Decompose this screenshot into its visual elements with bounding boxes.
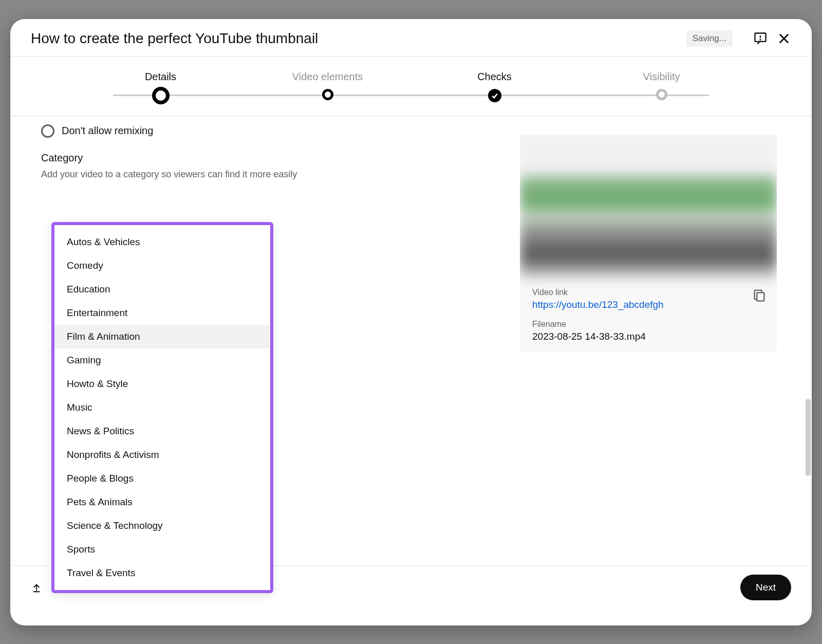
category-option[interactable]: Travel & Events <box>54 561 270 585</box>
step-label: Details <box>145 71 176 83</box>
category-title: Category <box>41 152 452 164</box>
category-option[interactable]: News & Politics <box>54 419 270 443</box>
video-info: Video link https://youtu.be/123_abcdefgh… <box>520 279 777 352</box>
step-visibility[interactable]: Visibility <box>578 71 745 100</box>
category-description: Add your video to a category so viewers … <box>41 169 452 180</box>
category-option[interactable]: Sports <box>54 538 270 561</box>
svg-point-2 <box>760 39 760 40</box>
category-option[interactable]: Autos & Vehicles <box>54 230 270 254</box>
copy-icon[interactable] <box>752 288 767 302</box>
step-dot-current <box>152 87 170 104</box>
video-link[interactable]: https://youtu.be/123_abcdefgh <box>532 299 764 310</box>
step-checks[interactable]: Checks <box>411 71 578 102</box>
feedback-icon[interactable] <box>753 31 768 46</box>
category-option[interactable]: Howto & Style <box>54 372 270 396</box>
category-option[interactable]: Music <box>54 396 270 419</box>
step-label: Video elements <box>292 71 363 83</box>
category-option[interactable]: Nonprofits & Activism <box>54 443 270 467</box>
dialog-header: How to create the perfect YouTube thumbn… <box>10 19 812 57</box>
dialog-title: How to create the perfect YouTube thumbn… <box>31 30 686 47</box>
category-dropdown[interactable]: Autos & VehiclesComedyEducationEntertain… <box>51 222 273 593</box>
radio-unchecked-icon[interactable] <box>41 124 54 138</box>
remix-option-row[interactable]: Don't allow remixing <box>41 121 452 152</box>
next-button[interactable]: Next <box>740 575 791 600</box>
category-option[interactable]: People & Blogs <box>54 467 270 490</box>
category-option[interactable]: Comedy <box>54 254 270 278</box>
category-option[interactable]: Film & Animation <box>54 325 270 348</box>
step-dot-done <box>488 89 501 102</box>
step-details[interactable]: Details <box>77 71 244 104</box>
svg-rect-5 <box>757 292 764 301</box>
details-column: Don't allow remixing Category Add your v… <box>10 116 483 180</box>
step-label: Visibility <box>643 71 680 83</box>
video-thumbnail-blurred <box>520 135 777 279</box>
video-preview-card: Video link https://youtu.be/123_abcdefgh… <box>520 135 777 352</box>
step-dot <box>322 89 333 100</box>
close-icon[interactable] <box>777 31 791 46</box>
stepper: Details Video elements Checks Visibility <box>10 57 812 116</box>
filename-value: 2023-08-25 14-38-33.mp4 <box>532 331 764 342</box>
video-link-label: Video link <box>532 288 764 297</box>
step-dot <box>656 89 667 100</box>
category-option[interactable]: Education <box>54 278 270 301</box>
category-option[interactable]: Entertainment <box>54 301 270 325</box>
category-option[interactable]: Pets & Animals <box>54 490 270 514</box>
category-option[interactable]: Science & Technology <box>54 514 270 538</box>
upload-status-icon <box>31 582 42 593</box>
filename-label: Filename <box>532 320 764 329</box>
step-video-elements[interactable]: Video elements <box>244 71 411 100</box>
scrollbar-thumb[interactable] <box>806 399 811 476</box>
category-option[interactable]: Gaming <box>54 348 270 372</box>
remix-option-label: Don't allow remixing <box>62 125 153 137</box>
saving-badge: Saving... <box>686 30 733 47</box>
step-label: Checks <box>477 71 512 83</box>
